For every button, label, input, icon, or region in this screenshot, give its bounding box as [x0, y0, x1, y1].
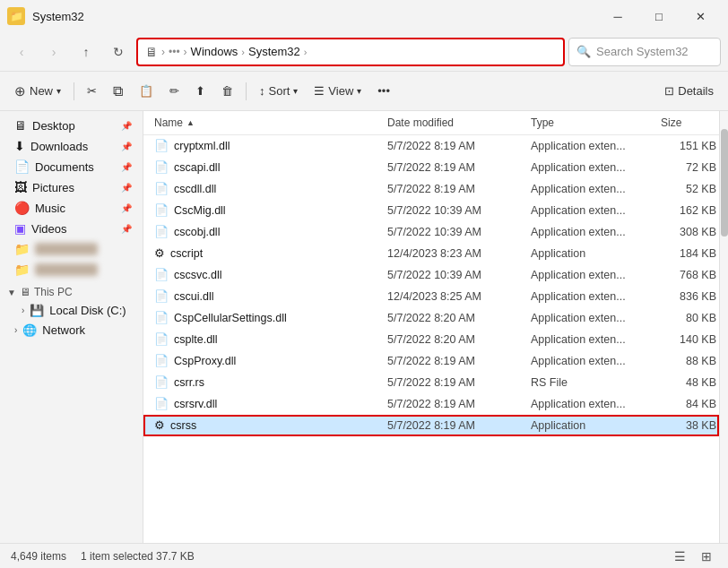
details-button[interactable]: ⊡ Details — [657, 77, 721, 106]
col-date-header[interactable]: Date modified — [384, 111, 527, 134]
forward-button[interactable]: › — [39, 38, 68, 66]
table-row[interactable]: 📄 csrr.rs 5/7/2022 8:19 AM RS File 48 KB — [143, 372, 719, 393]
file-date: 12/4/2023 8:23 AM — [384, 245, 527, 262]
sidebar-item-videos[interactable]: ▣ Videos 📌 — [4, 219, 139, 238]
scrollbar-thumb[interactable] — [721, 129, 728, 237]
sidebar-label-pictures: Pictures — [32, 181, 74, 194]
file-icon: 📄 — [154, 354, 169, 367]
table-row[interactable]: 📄 csrsrv.dll 5/7/2022 8:19 AM Applicatio… — [143, 393, 719, 415]
file-date: 5/7/2022 8:20 AM — [384, 310, 527, 326]
breadcrumb-windows[interactable]: Windows — [191, 45, 238, 58]
sidebar-item-pictures[interactable]: 🖼 Pictures 📌 — [4, 177, 139, 197]
sidebar-item-documents[interactable]: 📄 Documents 📌 — [4, 157, 139, 176]
monitor-icon: 🖥 — [145, 45, 158, 59]
copy-button[interactable]: ⧉ — [106, 77, 130, 106]
search-icon: 🔍 — [576, 45, 591, 58]
minimize-button[interactable]: ─ — [597, 2, 638, 30]
close-button[interactable]: ✕ — [680, 2, 721, 30]
file-date: 12/4/2023 8:25 AM — [384, 288, 527, 305]
paste-icon: 📋 — [139, 84, 153, 98]
table-row[interactable]: 📄 cscsvc.dll 5/7/2022 10:39 AM Applicati… — [143, 264, 719, 286]
file-type: Application — [527, 417, 657, 434]
search-box[interactable]: 🔍 Search System32 — [568, 38, 721, 66]
table-row[interactable]: 📄 cscui.dll 12/4/2023 8:25 AM Applicatio… — [143, 286, 719, 307]
share-button[interactable]: ⬆ — [188, 77, 212, 106]
sidebar-item-blurred-2[interactable]: 📁 — [4, 260, 139, 280]
rename-button[interactable]: ✏ — [162, 77, 186, 106]
file-type: RS File — [527, 374, 657, 391]
file-type: Application exten... — [527, 224, 657, 240]
col-size-label: Size — [661, 116, 681, 129]
address-box[interactable]: 🖥 › ••• › Windows › System32 › — [136, 38, 565, 66]
maximize-button[interactable]: □ — [638, 2, 680, 30]
view-label: View — [328, 84, 353, 98]
file-name: cscapi.dll — [174, 161, 220, 174]
file-rows-container: 📄 cryptxml.dll 5/7/2022 8:19 AM Applicat… — [143, 135, 719, 436]
new-button[interactable]: ⊕ New ▾ — [7, 77, 68, 106]
localdisk-label: Local Disk (C:) — [49, 304, 126, 317]
table-row[interactable]: 📄 csplte.dll 5/7/2022 8:20 AM Applicatio… — [143, 329, 719, 350]
details-view-button[interactable]: ⊞ — [696, 546, 717, 567]
details-label: Details — [678, 84, 714, 98]
sort-asc-icon: ▲ — [186, 118, 195, 127]
network-expand-icon[interactable]: › — [14, 325, 17, 335]
sort-button[interactable]: ↕ Sort ▾ — [252, 77, 305, 106]
pin-icon-music: 📌 — [121, 203, 132, 213]
table-row[interactable]: 📄 CspProxy.dll 5/7/2022 8:19 AM Applicat… — [143, 350, 719, 372]
scrollbar-track[interactable] — [719, 111, 728, 543]
pin-icon-documents: 📌 — [121, 162, 132, 172]
col-type-header[interactable]: Type — [527, 111, 657, 134]
table-row[interactable]: 📄 CscMig.dll 5/7/2022 10:39 AM Applicati… — [143, 200, 719, 221]
table-row[interactable]: 📄 cscdll.dll 5/7/2022 8:19 AM Applicatio… — [143, 178, 719, 200]
statusbar: 4,649 items 1 item selected 37.7 KB ☰ ⊞ — [0, 543, 728, 568]
sidebar-item-downloads[interactable]: ⬇ Downloads 📌 — [4, 136, 139, 156]
up-button[interactable]: ↑ — [72, 38, 100, 66]
file-name: CscMig.dll — [174, 204, 226, 217]
col-size-header[interactable]: Size — [657, 111, 719, 134]
refresh-button[interactable]: ↻ — [104, 38, 133, 66]
table-row[interactable]: ⚙ cscript 12/4/2023 8:23 AM Application … — [143, 243, 719, 264]
col-type-label: Type — [531, 116, 554, 129]
cut-button[interactable]: ✂ — [80, 77, 104, 106]
file-size: 84 KB — [657, 396, 719, 412]
thispc-expand-icon[interactable]: ▼ — [7, 288, 16, 297]
sidebar-item-network[interactable]: › 🌐 Network — [4, 321, 139, 340]
col-name-header[interactable]: Name ▲ — [151, 111, 384, 134]
breadcrumb-system32[interactable]: System32 — [248, 45, 300, 58]
file-icon: 📄 — [154, 139, 169, 152]
sidebar-item-blurred-1[interactable]: 📁 — [4, 239, 139, 259]
table-row[interactable]: 📄 cscobj.dll 5/7/2022 10:39 AM Applicati… — [143, 221, 719, 243]
folder-icon-1: 📁 — [14, 242, 30, 256]
file-date: 5/7/2022 10:39 AM — [384, 267, 527, 283]
file-type: Application exten... — [527, 181, 657, 197]
table-row[interactable]: 📄 cscapi.dll 5/7/2022 8:19 AM Applicatio… — [143, 157, 719, 178]
table-row[interactable]: ⚙ csrss 5/7/2022 8:19 AM Application 38 … — [143, 415, 719, 436]
table-row[interactable]: 📄 CspCellularSettings.dll 5/7/2022 8:20 … — [143, 307, 719, 329]
back-button[interactable]: ‹ — [7, 38, 36, 66]
file-name: CspCellularSettings.dll — [174, 312, 287, 324]
folder-icon-2: 📁 — [14, 262, 30, 277]
view-button[interactable]: ☰ View ▾ — [307, 77, 368, 106]
paste-button[interactable]: 📋 — [132, 77, 160, 106]
statusbar-right: ☰ ⊞ — [669, 546, 717, 567]
sidebar-item-music[interactable]: 🔴 Music 📌 — [4, 198, 139, 218]
file-size: 72 KB — [657, 159, 719, 176]
file-icon: 📄 — [154, 332, 169, 346]
sidebar-item-localdisk[interactable]: › 💾 Local Disk (C:) — [4, 301, 139, 320]
sort-icon: ↕ — [259, 84, 265, 98]
delete-button[interactable]: 🗑 — [214, 77, 240, 106]
videos-icon: ▣ — [14, 221, 26, 236]
thispc-label[interactable]: This PC — [34, 286, 73, 298]
more-button[interactable]: ••• — [370, 77, 397, 106]
filelist: Name ▲ Date modified Type Size 📄 cryptxm… — [143, 111, 719, 543]
sidebar-label-videos: Videos — [31, 222, 67, 236]
list-view-button[interactable]: ☰ — [669, 546, 690, 567]
file-icon: 📄 — [154, 182, 169, 195]
file-icon: 📄 — [154, 397, 169, 410]
file-size: 162 KB — [657, 202, 719, 219]
file-date: 5/7/2022 10:39 AM — [384, 224, 527, 240]
sidebar-label-music: Music — [35, 202, 65, 215]
sidebar-item-desktop[interactable]: 🖥 Desktop 📌 — [4, 116, 139, 135]
table-row[interactable]: 📄 cryptxml.dll 5/7/2022 8:19 AM Applicat… — [143, 135, 719, 157]
localdisk-expand-icon[interactable]: › — [22, 306, 24, 315]
